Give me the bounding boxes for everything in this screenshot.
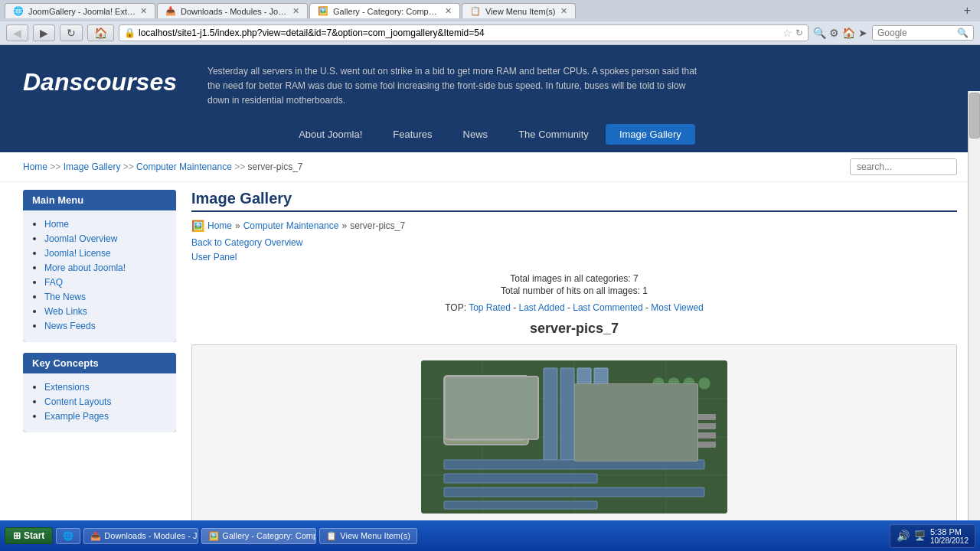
ie-icon: 🌐 (63, 531, 74, 537)
address-bar-wrap: 🔒 ☆ ↻ (119, 24, 808, 41)
breadcrumb-sep: >> (232, 161, 248, 172)
forward-button[interactable]: ▶ (33, 24, 55, 41)
svg-text:CHIPSET: CHIPSET (634, 432, 661, 439)
key-concept-item-extensions[interactable]: Extensions (44, 382, 90, 393)
motherboard-image: CPU (421, 360, 727, 514)
back-to-category-link[interactable]: Back to Category Overview (191, 237, 302, 248)
sidebar-item-more-about-joomla![interactable]: More about Joomla! (44, 262, 126, 273)
browser-search-wrap: 🔍 (872, 25, 974, 41)
home-icon-button[interactable]: 🏠 (842, 27, 855, 39)
key-concept-item-example-pages[interactable]: Example Pages (44, 411, 109, 422)
list-item: Extensions (44, 381, 167, 393)
refresh-icon[interactable]: ↻ (795, 28, 803, 38)
site-search-input[interactable] (850, 158, 957, 175)
breadcrumb-sep: >> (47, 161, 64, 172)
breadcrumb-link-2[interactable]: Computer Maintenance (136, 161, 232, 172)
page-title: Image Gallery (191, 190, 957, 212)
gallery-breadcrumb-sub: server-pics_7 (350, 220, 405, 231)
taskbar-item-downloads[interactable]: 📥 Downloads - Modules - JoomImages (83, 528, 198, 537)
windows-icon: ⊞ (13, 530, 21, 537)
top-sep: - (511, 302, 519, 313)
downloads-icon: 📥 (90, 531, 101, 537)
svg-point-31 (668, 396, 680, 409)
viewmenu-icon: 📋 (326, 531, 337, 537)
breadcrumb-link-1[interactable]: Image Gallery (64, 161, 121, 172)
sidebar-item-joomla!-license[interactable]: Joomla! License (44, 248, 111, 259)
gallery-icon: 🖼️ (191, 220, 204, 232)
refresh-button[interactable]: ↻ (60, 24, 83, 41)
list-item: Home (44, 218, 167, 230)
nav-item-the-community[interactable]: The Community (505, 124, 603, 145)
nav-item-news[interactable]: News (449, 124, 502, 145)
taskbar-item-ie[interactable]: 🌐 (56, 528, 80, 537)
svg-rect-16 (444, 487, 704, 497)
gallery-breadcrumb-category[interactable]: Computer Maintenance (243, 220, 339, 231)
svg-point-26 (652, 377, 665, 390)
breadcrumb-link-0[interactable]: Home (23, 161, 47, 172)
breadcrumb-sep-1: » (235, 220, 240, 231)
tab-close-tab1[interactable]: ✕ (140, 6, 147, 16)
top-link-2[interactable]: Last Commented (573, 302, 642, 313)
svg-point-30 (652, 396, 665, 409)
start-button[interactable]: ⊞ Start (5, 527, 53, 537)
browser-tab-tab3[interactable]: 🖼️Gallery - Category: Computer Maintenan… (309, 3, 460, 18)
list-item: More about Joomla! (44, 262, 167, 273)
taskbar-item-gallery[interactable]: 🖼️ Gallery - Category: Computer... (201, 528, 316, 537)
home-button[interactable]: 🏠 (87, 24, 114, 41)
nav-item-features[interactable]: Features (379, 124, 446, 145)
top-link-1[interactable]: Last Added (519, 302, 565, 313)
browser-tab-tab4[interactable]: 📋View Menu Item(s)✕ (462, 3, 576, 18)
nav-item-image-gallery[interactable]: Image Gallery (606, 124, 695, 145)
svg-rect-37 (693, 442, 716, 448)
sidebar-item-faq[interactable]: FAQ (44, 277, 63, 288)
browser-tab-tab1[interactable]: 🌐JoomGallery - Joomla! Extensions Direct… (5, 3, 155, 18)
tab-favicon-tab2: 📥 (165, 6, 176, 16)
sidebar-item-the-news[interactable]: The News (44, 292, 86, 302)
user-panel-link[interactable]: User Panel (191, 252, 237, 262)
motherboard-svg: CPU (421, 360, 727, 514)
svg-point-29 (698, 377, 710, 390)
tray-sound-icon[interactable]: 🔊 (897, 530, 910, 537)
site-header: Danscourses Yesterday all servers in the… (0, 45, 980, 124)
new-tab-button[interactable]: + (959, 4, 975, 18)
top-sep: - (565, 302, 573, 313)
key-concepts-list: ExtensionsContent LayoutsExample Pages (32, 381, 167, 422)
svg-point-28 (683, 377, 695, 390)
back-button[interactable]: ◀ (6, 24, 28, 41)
top-link-0[interactable]: Top Rated (469, 302, 511, 313)
sidebar-item-joomla!-overview[interactable]: Joomla! Overview (44, 233, 117, 244)
tab-close-tab4[interactable]: ✕ (560, 6, 567, 16)
sidebar-item-news-feeds[interactable]: News Feeds (44, 321, 96, 331)
settings-button[interactable]: ⚙ (829, 27, 839, 39)
gallery-breadcrumb-home[interactable]: Home (207, 220, 232, 231)
key-concept-item-content-layouts[interactable]: Content Layouts (44, 396, 111, 407)
browser-tab-tab2[interactable]: 📥Downloads - Modules - JoomImages✕ (157, 3, 308, 18)
tab-close-tab3[interactable]: ✕ (445, 6, 452, 16)
tab-close-tab2[interactable]: ✕ (292, 6, 299, 16)
main-menu-title: Main Menu (23, 190, 176, 210)
top-sep: - (643, 302, 652, 313)
breadcrumb: Home >> Image Gallery >> Computer Mainte… (23, 161, 303, 172)
svg-text:CPU: CPU (479, 408, 493, 416)
tray-time: 5:38 PM (930, 527, 969, 536)
gallery-stats: Total images in all categories: 7 Total … (191, 273, 957, 296)
tab-favicon-tab1: 🌐 (13, 6, 24, 16)
list-item: Joomla! License (44, 247, 167, 259)
sidebar-item-web-links[interactable]: Web Links (44, 306, 87, 317)
page-content: Danscourses Yesterday all servers in the… (0, 45, 980, 537)
tab-label-tab1: JoomGallery - Joomla! Extensions Directo… (28, 7, 136, 16)
top-links-list: Top Rated - Last Added - Last Commented … (469, 302, 704, 313)
top-link-3[interactable]: Most Viewed (651, 302, 703, 313)
search-icon[interactable]: 🔍 (957, 28, 969, 38)
arrow-button[interactable]: ➤ (858, 27, 867, 39)
list-item: Content Layouts (44, 396, 167, 407)
browser-search-input[interactable] (877, 28, 954, 38)
taskbar-item-viewmenu[interactable]: 📋 View Menu Item(s) (319, 528, 417, 537)
address-bar[interactable] (139, 28, 779, 38)
scroll-track[interactable] (968, 91, 980, 537)
sidebar-item-home[interactable]: Home (44, 219, 69, 230)
nav-item-about-joomla![interactable]: About Joomla! (285, 124, 376, 145)
star-icon[interactable]: ☆ (782, 27, 792, 39)
zoom-button[interactable]: 🔍 (813, 27, 826, 39)
tray-date: 10/28/2012 (930, 536, 969, 537)
